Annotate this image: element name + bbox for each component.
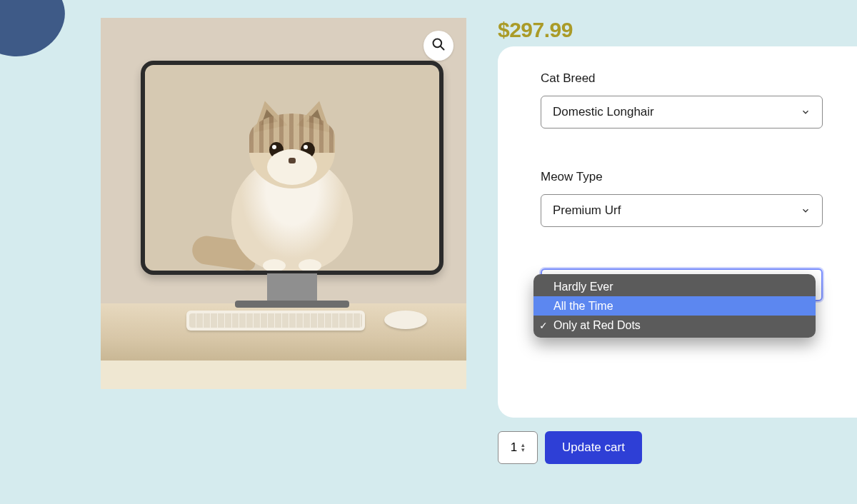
cat-illustration <box>214 99 371 271</box>
meow-type-select[interactable]: Premium Urf <box>541 194 823 227</box>
field-cat-breed: Cat Breed Domestic Longhair <box>541 71 826 128</box>
update-cart-button[interactable]: Update cart <box>545 431 642 464</box>
product-price: $297.99 <box>498 18 573 42</box>
decorative-blob <box>0 0 74 68</box>
cart-row: 1 ▴▾ Update cart <box>498 431 642 464</box>
dropdown-option-label: Only at Red Dots <box>553 319 641 332</box>
field-meow-type: Meow Type Premium Urf <box>541 170 826 227</box>
dropdown-option-label: Hardly Ever <box>553 281 613 293</box>
quantity-stepper[interactable]: 1 ▴▾ <box>498 431 538 464</box>
dropdown-option[interactable]: ✓ All the Time <box>533 296 816 316</box>
meow-type-selected-value: Premium Urf <box>553 203 621 218</box>
dropdown-option-label: All the Time <box>553 300 613 313</box>
quantity-value: 1 <box>511 440 517 455</box>
mouse-illustration <box>384 311 427 329</box>
dropdown-option[interactable]: ✓ Only at Red Dots <box>533 316 816 335</box>
search-icon <box>431 37 446 54</box>
check-icon: ✓ <box>539 320 548 331</box>
product-illustration <box>101 18 466 383</box>
chevron-down-icon <box>801 206 811 216</box>
product-image <box>101 18 466 383</box>
chevron-down-icon <box>801 107 811 117</box>
stepper-arrows-icon: ▴▾ <box>521 443 525 453</box>
meow-type-label: Meow Type <box>541 170 826 184</box>
cat-breed-label: Cat Breed <box>541 71 826 86</box>
zoom-button[interactable] <box>424 31 453 61</box>
options-panel: Cat Breed Domestic Longhair Meow Type Pr… <box>498 46 857 418</box>
dropdown-option[interactable]: ✓ Hardly Ever <box>533 277 816 296</box>
dropdown-menu[interactable]: ✓ Hardly Ever ✓ All the Time ✓ Only at R… <box>533 274 816 338</box>
cat-breed-select[interactable]: Domestic Longhair <box>541 96 823 128</box>
svg-line-1 <box>441 46 444 50</box>
monitor-illustration <box>141 61 443 275</box>
cat-breed-selected-value: Domestic Longhair <box>553 105 654 119</box>
keyboard-illustration <box>186 311 365 331</box>
